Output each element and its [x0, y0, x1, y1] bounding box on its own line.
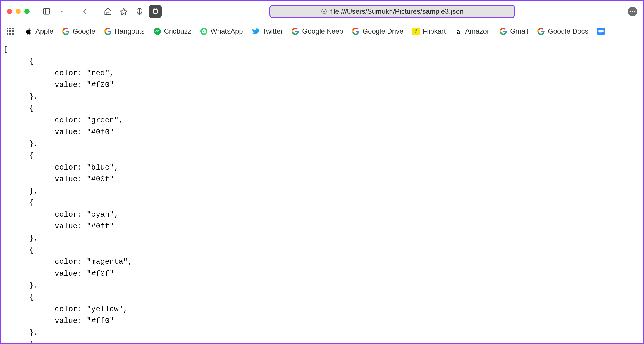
back-button[interactable]	[79, 5, 92, 18]
address-bar-url: file:///Users/Sumukh/Pictures/sample3.js…	[330, 7, 464, 16]
favorite-flipkart[interactable]: f Flipkart	[412, 27, 446, 35]
favorite-label: Google	[73, 27, 95, 35]
favorite-google-docs[interactable]: Google Docs	[537, 27, 588, 35]
favorite-label: Hangouts	[115, 27, 145, 35]
twitter-icon	[252, 28, 259, 35]
ellipsis-icon: •••	[629, 8, 636, 15]
favorite-amazon[interactable]: a Amazon	[454, 27, 491, 35]
shield-icon	[135, 7, 144, 16]
favorite-label: Cricbuzz	[164, 27, 191, 35]
favorite-label: Flipkart	[423, 27, 446, 35]
favorites-button[interactable]	[117, 5, 130, 18]
favorite-hangouts[interactable]: Hangouts	[104, 27, 145, 35]
privacy-shield-button[interactable]	[133, 5, 146, 18]
zoom-window-button[interactable]	[24, 9, 30, 14]
favorite-label: Google Keep	[302, 27, 343, 35]
favorite-label: WhatsApp	[211, 27, 243, 35]
favorite-overflow[interactable]	[597, 28, 605, 35]
cricbuzz-icon: cb	[154, 28, 161, 35]
apple-icon	[25, 28, 32, 35]
svg-text:cb: cb	[155, 29, 159, 33]
google-docs-icon	[537, 28, 545, 35]
tab-groups-dropdown[interactable]	[56, 5, 69, 18]
favorite-label: Google Drive	[362, 27, 403, 35]
star-icon	[120, 7, 128, 16]
json-viewer: [ {color: "red",value: "#f00"},{color: "…	[1, 41, 643, 344]
flipkart-icon: f	[412, 28, 420, 35]
favorite-google-keep[interactable]: Google Keep	[292, 27, 343, 35]
zoom-icon	[597, 28, 605, 35]
favorite-google-drive[interactable]: Google Drive	[352, 27, 403, 35]
svg-marker-7	[323, 11, 325, 12]
gmail-icon	[500, 28, 507, 35]
whatsapp-icon	[200, 28, 208, 35]
browser-toolbar: file:///Users/Sumukh/Pictures/sample3.js…	[1, 1, 643, 22]
favorite-label: Amazon	[465, 27, 491, 35]
svg-point-6	[322, 9, 327, 14]
sidebar-toggle-button[interactable]	[40, 5, 53, 18]
compass-icon	[321, 8, 327, 15]
chevron-left-icon	[81, 7, 89, 16]
google-drive-icon	[352, 28, 359, 35]
favorite-apple[interactable]: Apple	[25, 27, 53, 35]
svg-rect-4	[153, 9, 157, 13]
favorite-google[interactable]: Google	[62, 27, 95, 35]
favorite-label: Gmail	[510, 27, 528, 35]
google-keep-icon	[292, 28, 299, 35]
minimize-window-button[interactable]	[16, 9, 21, 14]
svg-marker-2	[120, 8, 127, 15]
sidebar-icon	[42, 7, 51, 16]
amazon-icon: a	[454, 28, 462, 35]
favorite-whatsapp[interactable]: WhatsApp	[200, 27, 243, 35]
favorite-gmail[interactable]: Gmail	[500, 27, 528, 35]
page-actions-button[interactable]: •••	[628, 7, 637, 16]
svg-rect-0	[44, 9, 50, 14]
google-icon	[62, 28, 70, 35]
favorite-label: Twitter	[262, 27, 283, 35]
show-all-bookmarks-button[interactable]	[7, 28, 14, 35]
home-button[interactable]	[101, 5, 114, 18]
address-bar-container: file:///Users/Sumukh/Pictures/sample3.js…	[165, 5, 620, 18]
close-window-button[interactable]	[7, 9, 12, 14]
extension-button[interactable]	[149, 5, 162, 18]
address-bar[interactable]: file:///Users/Sumukh/Pictures/sample3.js…	[269, 5, 515, 18]
favorites-bar: Apple Google Hangouts cb Cricbuzz WhatsA…	[1, 22, 643, 41]
svg-rect-11	[598, 30, 602, 33]
favorite-twitter[interactable]: Twitter	[252, 27, 283, 35]
svg-rect-5	[154, 8, 156, 9]
hangouts-icon	[104, 28, 112, 35]
favorite-label: Apple	[35, 27, 53, 35]
favorite-label: Google Docs	[548, 27, 588, 35]
chevron-down-icon	[60, 9, 65, 14]
favorite-cricbuzz[interactable]: cb Cricbuzz	[154, 27, 191, 35]
extension-icon	[151, 7, 159, 16]
window-controls	[7, 9, 30, 14]
home-icon	[104, 7, 112, 16]
